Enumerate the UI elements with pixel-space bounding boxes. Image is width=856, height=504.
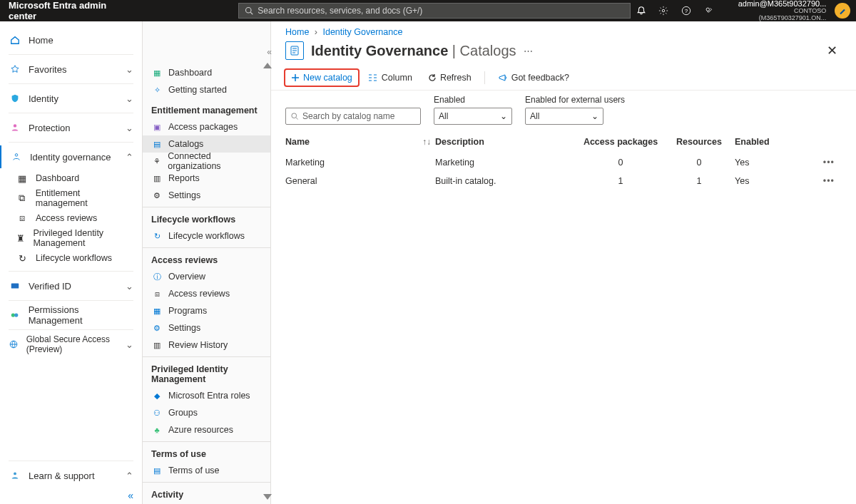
svg-point-0	[246, 8, 252, 14]
lifecycle-icon: ↻	[151, 232, 163, 241]
more-icon[interactable]: ⋯	[524, 46, 533, 56]
gear-icon: ⚙	[151, 324, 163, 333]
refresh-button[interactable]: Refresh	[422, 70, 477, 86]
refresh-icon	[428, 73, 437, 82]
snav-dashboard[interactable]: ▦Dashboard	[143, 64, 270, 81]
cell-desc: Marketing	[435, 158, 578, 168]
column-label: Column	[382, 73, 412, 83]
svg-point-6	[14, 124, 16, 127]
columns-icon	[368, 73, 378, 82]
package-icon: ⧉	[16, 193, 29, 204]
nav-permissions[interactable]: Permissions Management	[0, 304, 142, 326]
snav-access-reviews[interactable]: ⧇Access reviews	[143, 285, 270, 302]
table-row[interactable]: Marketing Marketing 0 0 Yes •••	[285, 153, 842, 172]
snav-overview[interactable]: ⓘOverview	[143, 268, 270, 285]
nav-gov-dashboard[interactable]: ▦ Dashboard	[7, 168, 142, 188]
snav-groups[interactable]: ⚇Groups	[143, 404, 270, 421]
cell-pkgs: 0	[578, 158, 663, 168]
catalog-search-input[interactable]: Search by catalog name	[285, 108, 421, 125]
snav-programs[interactable]: ▦Programs	[143, 302, 270, 319]
feedback-button[interactable]: Got feedback?	[492, 70, 575, 86]
snav-getting-started[interactable]: ✧Getting started	[143, 81, 270, 98]
nav-gov-pim[interactable]: ♜ Privileged Identity Management	[7, 228, 142, 248]
settings-icon[interactable]	[653, 0, 675, 21]
breadcrumb-governance[interactable]: Identity Governance	[322, 27, 402, 37]
col-name[interactable]: Name	[285, 137, 310, 147]
global-search-input[interactable]: Search resources, services, and docs (G+…	[238, 3, 631, 19]
snav-getting-started-label: Getting started	[168, 85, 227, 95]
nav-protection[interactable]: Protection ⌄	[0, 116, 142, 139]
cell-name: General	[285, 176, 435, 186]
nav-gov-lifecycle[interactable]: ↻ Lifecycle workflows	[7, 248, 142, 268]
nav-identity-governance-label: Identity governance	[30, 152, 111, 163]
feedback-icon[interactable]	[698, 0, 720, 21]
avatar[interactable]	[835, 3, 850, 19]
nav-identity[interactable]: Identity ⌄	[0, 87, 142, 110]
new-catalog-label: New catalog	[303, 73, 352, 83]
notifications-icon[interactable]	[631, 0, 652, 21]
snav-access-reviews-label: Access reviews	[168, 289, 230, 299]
new-catalog-button[interactable]: New catalog	[285, 70, 358, 86]
snav-access-packages[interactable]: ▣Access packages	[143, 118, 270, 135]
svg-point-12	[14, 472, 16, 475]
external-filter-value: All	[530, 111, 539, 121]
row-more-button[interactable]: •••	[806, 158, 835, 168]
snav-entra-roles[interactable]: ◆Microsoft Entra roles	[143, 387, 270, 404]
gear-icon: ⚙	[151, 191, 163, 200]
nav-gov-access-reviews[interactable]: ⧇ Access reviews	[7, 208, 142, 228]
table-row[interactable]: General Built-in catalog. 1 1 Yes •••	[285, 172, 842, 190]
snav-catalogs[interactable]: ▤Catalogs	[143, 135, 270, 153]
globe-icon	[9, 339, 19, 349]
tenant-name: CONTOSO (M365T90327901.ON...	[726, 8, 826, 22]
package-icon: ▣	[151, 123, 163, 132]
col-access-packages[interactable]: Access packages	[578, 137, 663, 147]
row-more-button[interactable]: •••	[806, 176, 835, 186]
sort-icon[interactable]: ↑↓	[422, 137, 431, 147]
brand-label: Microsoft Entra admin center	[9, 0, 135, 21]
snav-settings2[interactable]: ⚙Settings	[143, 319, 270, 336]
org-icon: ⚘	[151, 157, 162, 166]
nav-home[interactable]: Home	[0, 29, 142, 51]
nav-verified-id[interactable]: Verified ID ⌄	[0, 274, 142, 297]
history-icon: ▥	[151, 341, 163, 350]
nav-favorites-label: Favorites	[29, 64, 66, 75]
col-description[interactable]: Description	[435, 137, 578, 147]
protection-icon	[9, 123, 21, 133]
cell-enabled: Yes	[735, 158, 806, 168]
azure-icon: ♣	[151, 426, 163, 434]
col-resources[interactable]: Resources	[663, 137, 735, 147]
external-filter-select[interactable]: All ⌄	[525, 108, 603, 125]
enabled-filter-select[interactable]: All ⌄	[434, 108, 512, 125]
nav-gsa[interactable]: Global Secure Access (Preview) ⌄	[0, 333, 142, 356]
megaphone-icon	[498, 73, 508, 82]
breadcrumb-home[interactable]: Home	[285, 27, 309, 37]
nav-learn[interactable]: Learn & support ⌃	[0, 464, 142, 487]
snav-connected-orgs[interactable]: ⚘Connected organizations	[143, 153, 270, 170]
help-icon[interactable]: ?	[676, 0, 697, 21]
nav-favorites[interactable]: Favorites ⌄	[0, 58, 142, 81]
nav-gov-entitlement-label: Entitlement management	[36, 188, 133, 208]
chevron-down-icon: ⌄	[126, 339, 133, 350]
col-enabled[interactable]: Enabled	[735, 137, 806, 147]
nav-identity-governance[interactable]: Identity governance ⌃	[0, 145, 142, 168]
snav-reports[interactable]: ▥Reports	[143, 170, 270, 187]
column-button[interactable]: Column	[362, 70, 418, 86]
cell-enabled: Yes	[735, 176, 806, 186]
snav-settings-label: Settings	[168, 190, 200, 200]
identity-icon	[9, 93, 21, 103]
snav-lifecycle[interactable]: ↻Lifecycle workflows	[143, 227, 270, 245]
chevron-down-icon: ⌄	[591, 111, 598, 121]
terms-icon: ▤	[151, 466, 163, 475]
snav-h-terms: Terms of use	[143, 441, 270, 462]
snav-review-history[interactable]: ▥Review History	[143, 336, 270, 354]
nav-gov-entitlement[interactable]: ⧉ Entitlement management	[7, 188, 142, 208]
reports-icon: ▥	[151, 174, 163, 183]
nav-verified-id-label: Verified ID	[29, 281, 71, 292]
snav-settings[interactable]: ⚙Settings	[143, 187, 270, 204]
close-icon[interactable]: ✕	[827, 43, 842, 58]
collapse-toggle[interactable]: «	[0, 487, 142, 504]
snav-azure[interactable]: ♣Azure resources	[143, 421, 270, 438]
snav-h-pim: Privileged Identity Management	[143, 356, 270, 387]
diamond-icon: ◆	[151, 391, 163, 401]
snav-terms[interactable]: ▤Terms of use	[143, 462, 270, 479]
